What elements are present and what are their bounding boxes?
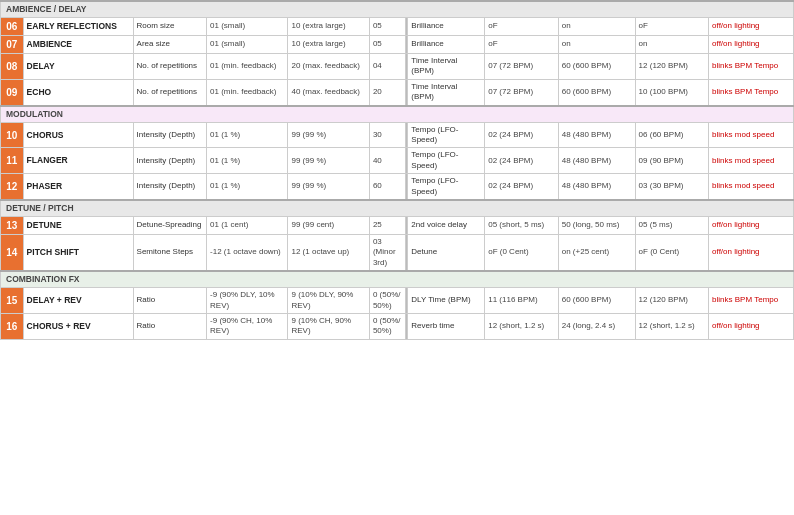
value1: oF	[485, 18, 559, 36]
min-value: 01 (1 %)	[207, 174, 288, 200]
value3: 12 (120 BPM)	[635, 54, 709, 80]
param2-label: Time Interval (BPM)	[408, 54, 485, 80]
value3: oF (0 Cent)	[635, 235, 709, 272]
value3: on	[635, 36, 709, 54]
max-value: 99 (99 cent)	[288, 217, 369, 235]
min-value: 01 (small)	[207, 36, 288, 54]
table-row: 13DETUNEDetune-Spreading01 (1 cent)99 (9…	[1, 217, 794, 235]
value3: 12 (120 BPM)	[635, 288, 709, 314]
row-number: 09	[1, 79, 24, 105]
last-value: off/on lighting	[709, 18, 794, 36]
max-value: 10 (extra large)	[288, 18, 369, 36]
row-number: 13	[1, 217, 24, 235]
default-value: 40	[369, 148, 405, 174]
last-value: blinks mod speed	[709, 122, 794, 148]
table-row: 10CHORUSIntensity (Depth)01 (1 %)99 (99 …	[1, 122, 794, 148]
table-row: 15DELAY + REVRatio-9 (90% DLY, 10% REV)9…	[1, 288, 794, 314]
last-value: blinks mod speed	[709, 148, 794, 174]
max-value: 10 (extra large)	[288, 36, 369, 54]
max-value: 12 (1 octave up)	[288, 235, 369, 272]
section-label: AMBIENCE / DELAY	[1, 1, 794, 18]
value2: 60 (600 BPM)	[558, 79, 635, 105]
row-number: 14	[1, 235, 24, 272]
effect-name: CHORUS	[23, 122, 133, 148]
param-label: Area size	[133, 36, 207, 54]
max-value: 9 (10% DLY, 90% REV)	[288, 288, 369, 314]
value2: 60 (600 BPM)	[558, 54, 635, 80]
default-value: 0 (50%/ 50%)	[369, 314, 405, 340]
row-number: 12	[1, 174, 24, 200]
default-value: 03 (Minor 3rd)	[369, 235, 405, 272]
value3: 10 (100 BPM)	[635, 79, 709, 105]
value1: 02 (24 BPM)	[485, 148, 559, 174]
last-value: blinks mod speed	[709, 174, 794, 200]
value2: 50 (long, 50 ms)	[558, 217, 635, 235]
row-number: 08	[1, 54, 24, 80]
min-value: 01 (min. feedback)	[207, 54, 288, 80]
section-header: DETUNE / PITCH	[1, 200, 794, 217]
value1: 11 (116 BPM)	[485, 288, 559, 314]
table-row: 09ECHONo. of repetitions01 (min. feedbac…	[1, 79, 794, 105]
value1: 07 (72 BPM)	[485, 79, 559, 105]
min-value: -9 (90% DLY, 10% REV)	[207, 288, 288, 314]
section-header: COMBINATION FX	[1, 271, 794, 288]
min-value: 01 (1 cent)	[207, 217, 288, 235]
row-number: 11	[1, 148, 24, 174]
row-number: 16	[1, 314, 24, 340]
last-value: blinks BPM Tempo	[709, 288, 794, 314]
param2-label: Brilliance	[408, 18, 485, 36]
fx-table: AMBIENCE / DELAY06EARLY REFLECTIONSRoom …	[0, 0, 794, 340]
param-label: Room size	[133, 18, 207, 36]
min-value: 01 (min. feedback)	[207, 79, 288, 105]
section-label: COMBINATION FX	[1, 271, 794, 288]
max-value: 20 (max. feedback)	[288, 54, 369, 80]
max-value: 9 (10% CH, 90% REV)	[288, 314, 369, 340]
value2: on (+25 cent)	[558, 235, 635, 272]
min-value: 01 (1 %)	[207, 148, 288, 174]
section-label: MODULATION	[1, 106, 794, 123]
row-number: 07	[1, 36, 24, 54]
row-number: 15	[1, 288, 24, 314]
table-row: 07AMBIENCEArea size01 (small)10 (extra l…	[1, 36, 794, 54]
max-value: 40 (max. feedback)	[288, 79, 369, 105]
param2-label: Detune	[408, 235, 485, 272]
value1: 12 (short, 1.2 s)	[485, 314, 559, 340]
table-row: 16CHORUS + REVRatio-9 (90% CH, 10% REV)9…	[1, 314, 794, 340]
table-row: 12PHASERIntensity (Depth)01 (1 %)99 (99 …	[1, 174, 794, 200]
param-label: Ratio	[133, 314, 207, 340]
section-header: MODULATION	[1, 106, 794, 123]
effect-name: EARLY REFLECTIONS	[23, 18, 133, 36]
value3: 03 (30 BPM)	[635, 174, 709, 200]
effect-name: AMBIENCE	[23, 36, 133, 54]
effect-name: CHORUS + REV	[23, 314, 133, 340]
default-value: 60	[369, 174, 405, 200]
last-value: blinks BPM Tempo	[709, 79, 794, 105]
param2-label: Time Interval (BPM)	[408, 79, 485, 105]
param-label: Ratio	[133, 288, 207, 314]
max-value: 99 (99 %)	[288, 122, 369, 148]
min-value: -9 (90% CH, 10% REV)	[207, 314, 288, 340]
table-row: 06EARLY REFLECTIONSRoom size01 (small)10…	[1, 18, 794, 36]
last-value: blinks BPM Tempo	[709, 54, 794, 80]
effect-name: DELAY	[23, 54, 133, 80]
param2-label: Brilliance	[408, 36, 485, 54]
value3: 05 (5 ms)	[635, 217, 709, 235]
param2-label: DLY Time (BPM)	[408, 288, 485, 314]
effect-name: ECHO	[23, 79, 133, 105]
value2: 60 (600 BPM)	[558, 288, 635, 314]
last-value: off/on lighting	[709, 36, 794, 54]
table-row: 14PITCH SHIFTSemitone Steps-12 (1 octave…	[1, 235, 794, 272]
section-label: DETUNE / PITCH	[1, 200, 794, 217]
default-value: 04	[369, 54, 405, 80]
default-value: 30	[369, 122, 405, 148]
value1: 02 (24 BPM)	[485, 174, 559, 200]
row-number: 06	[1, 18, 24, 36]
table-row: 11FLANGERIntensity (Depth)01 (1 %)99 (99…	[1, 148, 794, 174]
last-value: off/on lighting	[709, 235, 794, 272]
max-value: 99 (99 %)	[288, 174, 369, 200]
effect-name: FLANGER	[23, 148, 133, 174]
default-value: 05	[369, 36, 405, 54]
value2: 24 (long, 2.4 s)	[558, 314, 635, 340]
value2: 48 (480 BPM)	[558, 174, 635, 200]
default-value: 05	[369, 18, 405, 36]
